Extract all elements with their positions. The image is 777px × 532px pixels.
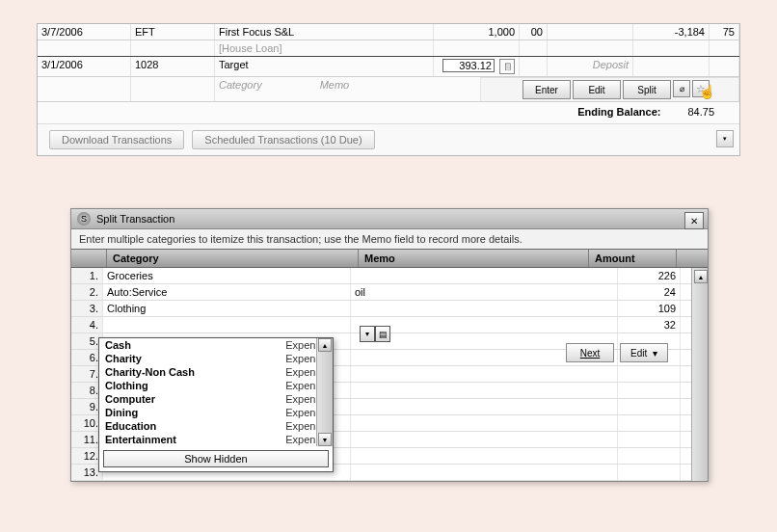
category-cell[interactable]: Auto:Service — [103, 284, 351, 300]
amount-cell[interactable] — [618, 415, 681, 431]
num-cell[interactable]: 1028 — [131, 57, 215, 76]
download-transactions-button[interactable]: Download Transactions — [49, 130, 184, 149]
flag-icon[interactable]: ☆ — [692, 80, 710, 97]
amount-cell[interactable]: 226 — [618, 268, 681, 283]
row-number: 4. — [71, 317, 103, 332]
amount-cell[interactable] — [618, 465, 681, 480]
edit-button[interactable]: Edit — [573, 80, 621, 99]
debit-cents-cell: 00 — [520, 24, 548, 40]
register-footer: Download Transactions Scheduled Transact… — [38, 123, 739, 155]
category-name: Dining — [105, 407, 138, 418]
memo-cell[interactable] — [351, 415, 618, 431]
col-memo[interactable]: Memo — [359, 250, 589, 267]
row-number: 3. — [71, 301, 103, 316]
memo-placeholder[interactable]: Memo — [320, 79, 350, 99]
col-amount[interactable]: Amount — [589, 250, 677, 267]
calculator-icon[interactable]: ⌸ — [499, 59, 515, 74]
register-button-bar: Enter Edit Split ⌀ ☆ ☝ — [481, 77, 738, 101]
deposit-placeholder[interactable]: Deposit — [548, 57, 633, 76]
category-name: Computer — [105, 393, 155, 405]
split-row[interactable]: 1.Groceries22633 — [71, 268, 708, 284]
category-input[interactable] — [107, 319, 346, 331]
category-assign-icon[interactable]: ▤ — [375, 326, 390, 342]
next-button[interactable]: Next — [566, 343, 614, 362]
category-name: Clothing — [105, 380, 148, 391]
memo-cell[interactable] — [351, 465, 618, 480]
category-option[interactable]: EntertainmentExpense — [99, 433, 333, 446]
amount-cell[interactable]: 24 — [618, 284, 681, 300]
show-hidden-button[interactable]: Show Hidden — [103, 450, 329, 467]
amount-cell[interactable] — [618, 399, 681, 414]
ending-balance-label: Ending Balance: — [577, 106, 660, 118]
category-name: Charity — [105, 353, 142, 364]
memo-cell[interactable] — [351, 399, 618, 414]
category-option[interactable]: CashExpense — [99, 338, 333, 352]
debit-input-cell[interactable]: ⌸ — [434, 57, 520, 76]
scroll-up-icon[interactable]: ▲ — [694, 270, 708, 283]
register-row[interactable]: 3/7/2006 EFT First Focus S&L 1,000 00 -3… — [38, 24, 739, 40]
category-list[interactable]: CashExpenseCharityExpenseCharity-Non Cas… — [99, 338, 333, 446]
dropdown-scrollbar[interactable]: ▲ ▼ — [316, 338, 333, 446]
balance-cell: -3,184 — [633, 24, 710, 40]
split-button[interactable]: Split — [623, 80, 671, 99]
transaction-register: 3/7/2006 EFT First Focus S&L 1,000 00 -3… — [37, 23, 740, 156]
memo-cell[interactable]: oil — [351, 284, 618, 300]
scheduled-transactions-button[interactable]: Scheduled Transactions (10 Due) — [192, 130, 374, 149]
vertical-scrollbar[interactable]: ▲ — [691, 268, 708, 481]
memo-cell[interactable] — [351, 268, 618, 283]
split-row[interactable]: 3.Clothing10962 — [71, 301, 708, 317]
row-number: 2. — [71, 284, 103, 300]
dialog-title: Split Transaction — [96, 213, 174, 225]
close-icon[interactable]: ✕ — [684, 212, 704, 229]
attachment-icon[interactable]: ⌀ — [673, 80, 690, 97]
enter-button[interactable]: Enter — [522, 80, 571, 99]
memo-cell[interactable] — [351, 432, 618, 447]
category-cell[interactable] — [103, 317, 351, 332]
register-row-active[interactable]: 3/1/2006 1028 Target ⌸ Deposit — [38, 56, 739, 77]
scroll-down-icon[interactable]: ▼ — [318, 433, 332, 446]
category-option[interactable]: DiningExpense — [99, 406, 333, 419]
memo-cell[interactable] — [351, 383, 618, 398]
amount-cell[interactable]: 109 — [618, 301, 681, 316]
dialog-hint: Enter multiple categories to itemize thi… — [71, 229, 708, 249]
num-cell: EFT — [131, 24, 215, 40]
register-row-sub-active: Category Memo Enter Edit Split ⌀ ☆ ☝ — [38, 77, 739, 102]
payee-cell[interactable]: Target — [215, 57, 434, 76]
expand-icon[interactable]: ▾ — [716, 130, 734, 147]
memo-cell[interactable] — [351, 448, 618, 464]
split-row[interactable]: 2.Auto:Serviceoil2495 — [71, 284, 708, 301]
category-option[interactable]: Charity-Non CashExpense — [99, 365, 333, 379]
category-name: Entertainment — [105, 434, 176, 445]
register-row-sub: [House Loan] — [38, 40, 739, 56]
memo-cell[interactable] — [351, 301, 618, 316]
amount-cell[interactable]: 32 — [618, 317, 681, 332]
amount-cell[interactable] — [618, 366, 681, 382]
edit-split-button[interactable]: Edit ▾ — [620, 343, 668, 362]
date-cell[interactable]: 3/1/2006 — [38, 57, 131, 76]
amount-input[interactable] — [442, 59, 495, 72]
credit-cell — [548, 24, 633, 40]
amount-cell[interactable] — [618, 383, 681, 398]
memo-cell[interactable] — [351, 317, 618, 332]
debit-cell: 1,000 — [434, 24, 520, 40]
dialog-titlebar[interactable]: S Split Transaction ✕ — [71, 209, 708, 229]
category-option[interactable]: CharityExpense — [99, 352, 333, 365]
category-option[interactable]: EducationExpense — [99, 419, 333, 433]
category-cell[interactable]: Groceries — [103, 268, 351, 283]
amount-cell[interactable] — [618, 432, 681, 447]
col-category[interactable]: Category — [107, 250, 359, 267]
category-name: Cash — [105, 339, 131, 351]
category-option[interactable]: ClothingExpense — [99, 379, 333, 392]
amount-cell[interactable] — [618, 448, 681, 464]
category-option[interactable]: ComputerExpense — [99, 392, 333, 406]
balance-cents-cell: 75 — [710, 24, 739, 40]
scroll-up-icon[interactable]: ▲ — [318, 338, 332, 352]
category-cell: [House Loan] — [215, 40, 434, 56]
date-cell: 3/7/2006 — [38, 24, 131, 40]
category-cell[interactable]: Clothing — [103, 301, 351, 316]
category-placeholder[interactable]: Category — [219, 79, 262, 99]
memo-cell[interactable] — [351, 366, 618, 382]
category-dropdown[interactable]: CashExpenseCharityExpenseCharity-Non Cas… — [98, 337, 334, 472]
category-dropdown-arrow-icon[interactable]: ▾ — [360, 326, 375, 342]
category-name: Charity-Non Cash — [105, 366, 195, 378]
